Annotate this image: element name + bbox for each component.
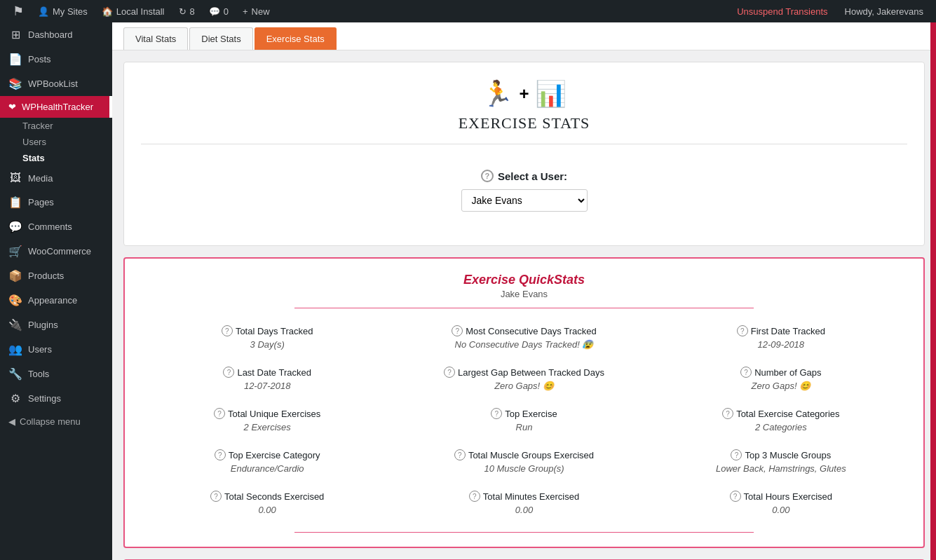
help-icon-last-date[interactable]: ? (223, 367, 234, 378)
wphealthtracker-icon: ❤ (8, 102, 16, 112)
header-icons-row: 🏃 + 📊 (141, 79, 907, 109)
local-install-button[interactable]: 🏠 Local Install (95, 0, 172, 22)
pages-icon: 📋 (8, 196, 22, 209)
sidebar-item-posts[interactable]: 📄 Posts (0, 47, 112, 71)
header-icon-plus: + (519, 84, 529, 104)
my-sites-button[interactable]: 👤 My Sites (31, 0, 95, 22)
quickstats-top-divider (294, 308, 754, 308)
admin-bar: ⚑ 👤 My Sites 🏠 Local Install ↻ 8 💬 0 + N… (0, 0, 936, 22)
stat-largest-gap: ? Largest Gap Between Tracked Days Zero … (398, 364, 649, 394)
help-icon-minutes[interactable]: ? (469, 491, 480, 502)
sidebar-item-comments[interactable]: 💬 Comments (0, 214, 112, 239)
header-icon-left: 🏃 (482, 79, 513, 109)
sidebar-label-pages: Pages (28, 197, 54, 207)
sidebar-item-wphealthtracker[interactable]: ❤ WPHealthTracker (0, 96, 112, 118)
sidebar-label-woocommerce: WooCommerce (28, 246, 91, 257)
tab-vital-stats[interactable]: Vital Stats (123, 27, 188, 50)
collapse-menu-button[interactable]: ◀ Collapse menu (0, 411, 112, 432)
unsuspend-transients-button[interactable]: Unsuspend Transients (730, 6, 834, 17)
value-consecutive: No Consecutive Days Tracked! 😰 (404, 339, 644, 350)
sidebar-label-dashboard: Dashboard (28, 29, 73, 40)
stat-consecutive-days: ? Most Consecutive Days Tracked No Conse… (398, 322, 649, 353)
comments-sidebar-icon: 💬 (8, 220, 22, 233)
sidebar-item-tools[interactable]: 🔧 Tools (0, 362, 112, 386)
page-title: Exercise Stats (141, 114, 907, 132)
label-num-gaps: Number of Gaps (754, 367, 821, 378)
stat-muscle-groups: ? Total Muscle Groups Exercised 10 Muscl… (398, 446, 649, 477)
sidebar-sub-stats[interactable]: Stats (0, 150, 112, 166)
user-select-section: ? Select a User: Jake Evans (141, 158, 907, 228)
wpbooklist-icon: 📚 (8, 77, 22, 90)
sidebar-sub-tracker[interactable]: Tracker (0, 118, 112, 134)
stat-total-categories: ? Total Exercise Categories 2 Categories (656, 405, 907, 435)
help-icon-hours[interactable]: ? (730, 491, 741, 502)
new-button[interactable]: + New (236, 0, 277, 22)
quickstats-card: Exercise QuickStats Jake Evans ? Total D… (123, 257, 925, 548)
label-consecutive: Most Consecutive Days Tracked (466, 326, 596, 336)
help-icon-seconds[interactable]: ? (210, 491, 222, 502)
plugins-icon: 🔌 (8, 318, 22, 332)
label-top-exercise: Top Exercise (505, 409, 557, 419)
quickstats-user: Jake Evans (142, 289, 907, 299)
sidebar-label-stats: Stats (22, 153, 45, 163)
select-user-help-icon[interactable]: ? (481, 170, 494, 182)
sidebar-item-settings[interactable]: ⚙ Settings (0, 386, 112, 411)
updates-icon: ↻ (179, 6, 186, 17)
label-top-category: Top Exercise Category (229, 450, 320, 460)
exercise-stats-header-card: 🏃 + 📊 Exercise Stats ? Select a User: Ja… (123, 62, 925, 246)
help-icon-muscle-groups[interactable]: ? (454, 449, 466, 460)
updates-button[interactable]: ↻ 8 (172, 0, 202, 22)
wp-logo-button[interactable]: ⚑ (6, 0, 31, 22)
help-icon-num-gaps[interactable]: ? (740, 367, 752, 378)
sidebar: ⊞ Dashboard 📄 Posts 📚 WPBookList ❤ WPHea… (0, 22, 112, 560)
sidebar-item-products[interactable]: 📦 Products (0, 264, 112, 288)
wp-logo-icon: ⚑ (13, 4, 24, 19)
value-first-date: 12-09-2018 (661, 339, 901, 350)
stat-top-exercise: ? Top Exercise Run (398, 405, 649, 435)
label-muscle-groups: Total Muscle Groups Exercised (468, 450, 594, 460)
help-icon-largest-gap[interactable]: ? (444, 367, 455, 378)
sidebar-label-tracker: Tracker (22, 121, 53, 131)
comments-count: 0 (224, 6, 229, 17)
posts-icon: 📄 (8, 53, 22, 66)
comments-button[interactable]: 💬 0 (202, 0, 236, 22)
tab-exercise-stats[interactable]: Exercise Stats (255, 27, 337, 50)
stat-top-category: ? Top Exercise Category Endurance/Cardio (142, 446, 393, 477)
tab-diet-stats[interactable]: Diet Stats (189, 27, 252, 50)
help-icon-total-days[interactable]: ? (222, 325, 233, 336)
help-icon-top3-muscle[interactable]: ? (731, 449, 742, 460)
help-icon-consecutive[interactable]: ? (452, 325, 463, 336)
sidebar-item-plugins[interactable]: 🔌 Plugins (0, 313, 112, 337)
sidebar-label-plugins: Plugins (28, 320, 58, 330)
help-icon-first-date[interactable]: ? (737, 325, 748, 336)
value-unique: 2 Exercises (147, 422, 387, 432)
appearance-icon: 🎨 (8, 294, 22, 307)
value-num-gaps: Zero Gaps! 😊 (661, 381, 901, 391)
help-icon-top-exercise[interactable]: ? (491, 408, 502, 419)
sidebar-item-pages[interactable]: 📋 Pages (0, 190, 112, 214)
value-top-exercise: Run (404, 422, 644, 432)
new-label: New (252, 6, 270, 17)
collapse-icon: ◀ (8, 416, 15, 427)
sidebar-item-wpbooklist[interactable]: 📚 WPBookList (0, 71, 112, 96)
sidebar-item-users-menu[interactable]: 👥 Users (0, 337, 112, 362)
tools-icon: 🔧 (8, 367, 22, 381)
help-icon-top-category[interactable]: ? (215, 449, 226, 460)
sidebar-item-appearance[interactable]: 🎨 Appearance (0, 288, 112, 313)
sidebar-label-settings: Settings (28, 393, 61, 404)
help-icon-unique[interactable]: ? (214, 408, 225, 419)
label-hours: Total Hours Exercised (744, 491, 832, 502)
label-top3-muscle: Top 3 Muscle Groups (745, 450, 831, 460)
help-icon-categories[interactable]: ? (722, 408, 733, 419)
sidebar-item-dashboard[interactable]: ⊞ Dashboard (0, 22, 112, 47)
settings-icon: ⚙ (8, 392, 22, 405)
sidebar-item-media[interactable]: 🖼 Media (0, 166, 112, 190)
stat-last-date: ? Last Date Tracked 12-07-2018 (142, 364, 393, 394)
sidebar-sub-users[interactable]: Users (0, 134, 112, 150)
sidebar-item-woocommerce[interactable]: 🛒 WooCommerce (0, 239, 112, 264)
header-icon-right: 📊 (535, 79, 567, 109)
dashboard-icon: ⊞ (8, 28, 22, 41)
stats-card-header: 🏃 + 📊 Exercise Stats (141, 79, 907, 144)
products-icon: 📦 (8, 269, 22, 282)
user-select-dropdown[interactable]: Jake Evans (461, 189, 588, 212)
